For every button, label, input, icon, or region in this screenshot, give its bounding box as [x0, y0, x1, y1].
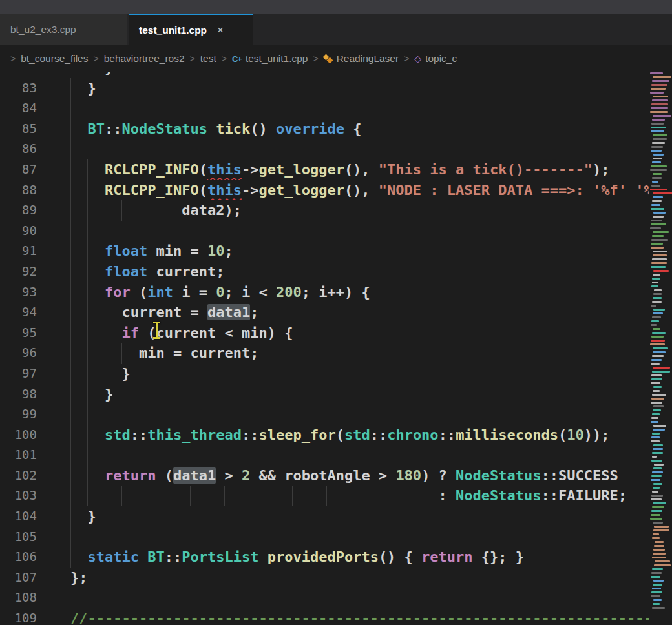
line-number: 94 [0, 302, 37, 323]
tab-label: test_unit1.cpp [139, 25, 207, 36]
code-line-98[interactable]: 98 } [0, 384, 649, 405]
code-line-90[interactable]: 90 [0, 221, 649, 241]
minimap-line [651, 320, 659, 322]
line-number: 83 [0, 78, 37, 99]
minimap-line [653, 138, 667, 140]
code-lines: 82 }83 }8485 BT::NodeStatus tick() overr… [0, 72, 649, 625]
code-line-85[interactable]: 85 BT::NodeStatus tick() override { [0, 119, 649, 139]
code-line-101[interactable]: 101 [0, 445, 649, 466]
code-line-97[interactable]: 97 } [0, 364, 649, 384]
minimap-line [651, 123, 664, 125]
code-line-86[interactable]: 86 [0, 139, 649, 159]
breadcrumb-item-bt_course_files[interactable]: bt_course_files [21, 53, 88, 65]
minimap-line [653, 444, 663, 446]
minimap-line [651, 591, 662, 593]
tab-bt_u2_ex3[interactable]: bt_u2_ex3.cpp [0, 14, 127, 45]
indent-guide [190, 486, 191, 506]
line-number: 87 [0, 159, 37, 180]
indent-guide [70, 200, 71, 221]
code-line-103[interactable]: 103 : NodeStatus::FAILURE; [0, 486, 649, 506]
indent-guide [87, 466, 88, 486]
code-line-82[interactable]: 82 } [0, 72, 649, 78]
code-line-99[interactable]: 99 [0, 404, 649, 425]
minimap-line [652, 607, 665, 609]
minimap-line [652, 316, 661, 318]
indent-guide [87, 159, 88, 180]
minimap-line [653, 502, 666, 504]
line-number: 85 [0, 119, 37, 139]
code-line-100[interactable]: 100 std::this_thread::sleep_for(std::chr… [0, 425, 649, 446]
minimap-line [653, 487, 660, 489]
indent-guide [70, 302, 71, 323]
indent-guide [87, 404, 88, 425]
indent-guide [87, 425, 88, 446]
minimap-line [653, 154, 664, 156]
minimap[interactable] [649, 72, 672, 625]
close-icon[interactable]: × [217, 24, 224, 37]
indent-guide [258, 486, 258, 506]
indent-guide [121, 343, 122, 364]
minimap-line [653, 405, 664, 407]
minimap-line [650, 111, 668, 113]
line-number: 89 [0, 200, 37, 221]
breadcrumb-label: test [200, 53, 216, 65]
minimap-line [652, 433, 660, 435]
breadcrumb-item-behaviortree_ros2[interactable]: behaviortree_ros2 [104, 53, 185, 65]
minimap-line [652, 332, 666, 334]
minimap-line [653, 553, 666, 555]
code-line-93[interactable]: 93 for (int i = 0; i < 200; i++) { [0, 282, 649, 303]
code-line-91[interactable]: 91 float min = 10; [0, 241, 649, 261]
indent-guide [70, 527, 71, 548]
code-line-83[interactable]: 83 } [0, 78, 649, 99]
code-line-106[interactable]: 106 static BT::PortsList providedPorts()… [0, 547, 649, 568]
indent-guide [105, 364, 105, 384]
chevron-right-icon: > [93, 54, 98, 64]
code-line-84[interactable]: 84 [0, 98, 649, 119]
code-line-96[interactable]: 96 min = current; [0, 343, 649, 364]
code-line-87[interactable]: 87 RCLCPP_INFO(this->get_logger(), "This… [0, 159, 649, 180]
tab-test_unit1[interactable]: test_unit1.cpp × [129, 14, 253, 45]
indent-guide [361, 486, 361, 506]
indent-guide [121, 200, 122, 221]
minimap-line [651, 103, 668, 105]
minimap-line [650, 72, 663, 74]
code-line-92[interactable]: 92 float current; [0, 261, 649, 282]
indent-guide [70, 445, 71, 466]
minimap-line [652, 235, 664, 237]
indent-guide [70, 282, 71, 303]
minimap-line [652, 80, 669, 82]
indent-guide [70, 261, 71, 282]
indent-guide [87, 323, 88, 343]
code-editor[interactable]: 82 }83 }8485 BT::NodeStatus tick() overr… [0, 72, 672, 625]
indent-guide [326, 486, 327, 506]
minimap-line [653, 584, 662, 586]
minimap-line [653, 390, 660, 392]
code-line-109[interactable]: 109//-----------------------------------… [0, 608, 649, 625]
breadcrumb-item-test[interactable]: test [200, 53, 216, 65]
minimap-line [653, 429, 665, 431]
line-number: 96 [0, 343, 37, 364]
breadcrumb-item-test_unit1.cpp[interactable]: C+test_unit1.cpp [232, 53, 308, 65]
minimap-line [651, 402, 662, 404]
code-line-88[interactable]: 88 RCLCPP_INFO(this->get_logger(), "NODE… [0, 180, 649, 201]
minimap-line [653, 96, 668, 97]
code-line-89[interactable]: 89 data2); [0, 200, 649, 221]
minimap-line [651, 510, 662, 512]
minimap-line [652, 568, 663, 570]
code-line-108[interactable]: 108 [0, 588, 649, 608]
code-line-107[interactable]: 107}; [0, 568, 649, 588]
code-line-104[interactable]: 104 } [0, 506, 649, 527]
breadcrumb-item-ReadingLaser[interactable]: ReadingLaser [324, 53, 399, 65]
minimap-line [651, 382, 660, 384]
code-line-102[interactable]: 102 return (data1 > 2 && robotAngle > 18… [0, 466, 649, 486]
breadcrumb-item-topic_c[interactable]: ◇topic_c [414, 53, 457, 65]
minimap-line [652, 258, 667, 260]
line-number: 86 [0, 139, 37, 159]
method-icon: ◇ [414, 54, 421, 63]
code-line-105[interactable]: 105 [0, 527, 649, 548]
code-line-94[interactable]: 94 current = data1; [0, 302, 649, 323]
indent-guide [156, 200, 156, 221]
minimap-line [651, 378, 662, 380]
code-line-95[interactable]: 95 if (current < min) { [0, 323, 649, 343]
vscode-window: bt_u2_ex3.cpp test_unit1.cpp × >bt_cours… [0, 0, 672, 625]
